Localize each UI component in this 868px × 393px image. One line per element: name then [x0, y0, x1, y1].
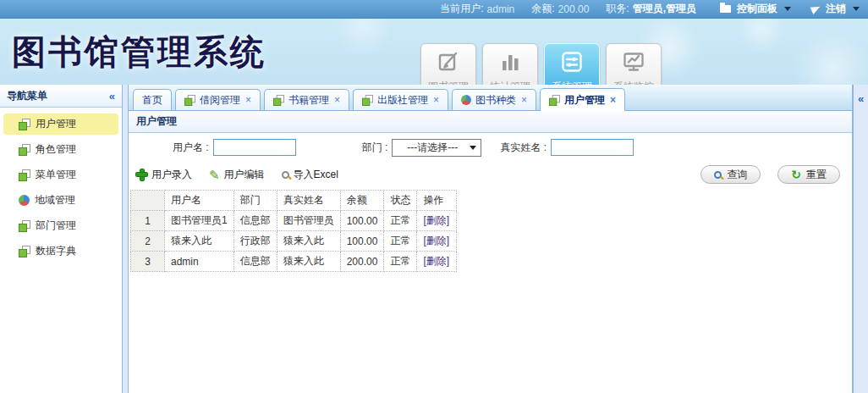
app-logo: 图书馆管理系统	[12, 29, 266, 75]
row-number: 3	[131, 252, 165, 272]
cell-balance: 100.00	[340, 211, 384, 231]
monitor-icon	[622, 44, 646, 80]
role-value: 管理员,管理员	[633, 2, 696, 16]
sidebar-menu: 用户管理 角色管理 菜单管理 地域管理 部门管理 数据字典	[0, 113, 122, 262]
sidebar-item-department-management[interactable]: 部门管理	[3, 215, 118, 236]
realname-input[interactable]	[551, 139, 634, 156]
right-collapse-icon[interactable]: «	[858, 92, 864, 105]
table-row[interactable]: 2 猿来入此 行政部 猿来入此 100.00 正常 [删除]	[131, 231, 457, 252]
pie-icon	[461, 95, 471, 105]
column-header-operation: 操作	[417, 191, 457, 211]
magnifier-icon	[282, 171, 289, 179]
sidebar-item-data-dictionary[interactable]: 数据字典	[3, 241, 118, 262]
table-header-row: 用户名 部门 真实姓名 余额 状态 操作	[131, 191, 457, 211]
tab-close-icon[interactable]: ×	[433, 94, 439, 106]
add-user-label: 用户录入	[151, 168, 192, 182]
sidebar-header: 导航菜单 «	[0, 85, 122, 108]
topbar: 当前用户: admin 余额: 200.00 职务: 管理员,管理员 控制面板 …	[0, 0, 868, 19]
sliders-icon	[560, 44, 584, 80]
tab-close-icon[interactable]: ×	[334, 94, 340, 106]
cell-department: 信息部	[233, 252, 277, 272]
layers-icon	[19, 220, 30, 232]
current-user-label: 当前用户:	[440, 2, 483, 16]
refresh-icon: ↻	[791, 169, 801, 180]
layers-icon	[19, 246, 30, 257]
sidebar-item-region-management[interactable]: 地域管理	[3, 190, 118, 211]
add-user-button[interactable]: 用户录入	[136, 168, 192, 182]
cell-department: 行政部	[233, 231, 277, 252]
send-icon	[810, 3, 822, 14]
delete-link[interactable]: [删除]	[423, 255, 449, 267]
realname-label: 真实姓名 :	[500, 141, 547, 155]
pencil-icon: ✎	[209, 169, 220, 181]
edit-user-label: 用户编辑	[224, 168, 265, 182]
control-panel-button[interactable]: 控制面板	[720, 2, 791, 16]
cell-status: 正常	[384, 231, 417, 252]
magnifier-icon	[714, 171, 722, 179]
folder-icon	[720, 5, 731, 13]
sidebar-item-label: 用户管理	[36, 117, 76, 131]
edit-user-button[interactable]: ✎ 用户编辑	[209, 168, 265, 182]
layers-icon	[273, 95, 284, 106]
tab-close-icon[interactable]: ×	[245, 94, 251, 106]
layers-icon	[362, 95, 373, 106]
query-button[interactable]: 查询	[700, 165, 761, 184]
tab-borrow-management[interactable]: 借阅管理 ×	[175, 89, 261, 110]
sidebar-title: 导航菜单	[7, 89, 47, 103]
department-select[interactable]: ---请选择---	[392, 139, 481, 157]
user-table: 用户名 部门 真实姓名 余额 状态 操作 1 图书管理员1 信息部 图书管理员 …	[130, 190, 457, 272]
sidebar-item-label: 菜单管理	[36, 168, 76, 182]
cell-department: 信息部	[233, 211, 277, 231]
layers-icon	[19, 119, 30, 130]
table-row[interactable]: 1 图书管理员1 信息部 图书管理员 100.00 正常 [删除]	[131, 211, 457, 231]
import-excel-button[interactable]: 导入Excel	[282, 168, 338, 182]
toolbar: 用户录入 ✎ 用户编辑 导入Excel 查询 ↻ 重置	[129, 162, 852, 187]
tab-close-icon[interactable]: ×	[521, 94, 527, 106]
tab-label: 书籍管理	[288, 93, 329, 108]
tab-book-category[interactable]: 图书种类 ×	[452, 89, 536, 110]
tab-label: 图书种类	[475, 93, 516, 108]
control-panel-label: 控制面板	[737, 2, 777, 16]
sidebar-item-label: 数据字典	[36, 244, 76, 258]
sidebar-item-menu-management[interactable]: 菜单管理	[3, 164, 118, 185]
current-user-value: admin	[487, 3, 515, 15]
panel-header: 用户管理	[129, 111, 852, 133]
search-form: 用户名 : 部门 : ---请选择--- 真实姓名 :	[129, 133, 852, 162]
username-input[interactable]	[213, 139, 296, 156]
username-label: 用户名 :	[173, 141, 209, 155]
delete-link[interactable]: [删除]	[423, 235, 449, 246]
sidebar-item-role-management[interactable]: 角色管理	[3, 139, 118, 160]
tab-label: 借阅管理	[200, 93, 240, 108]
pie-icon	[19, 195, 30, 206]
app-header: 图书馆管理系统 图书管理 统计管理	[0, 19, 868, 85]
query-label: 查询	[727, 168, 747, 182]
topbar-role: 职务: 管理员,管理员	[606, 2, 696, 16]
column-header-department: 部门	[233, 191, 277, 211]
tab-book-management[interactable]: 书籍管理 ×	[264, 89, 349, 110]
sidebar-collapse-icon[interactable]: «	[109, 90, 115, 102]
balance-label: 余额:	[531, 2, 554, 16]
tab-publisher-management[interactable]: 出版社管理 ×	[353, 89, 448, 110]
tab-user-management[interactable]: 用户管理 ×	[540, 88, 625, 111]
column-header-balance: 余额	[340, 191, 384, 211]
layers-icon	[184, 95, 195, 106]
sidebar: 导航菜单 « 用户管理 角色管理 菜单管理 地域管理 部门管理 数据字典	[0, 85, 123, 393]
tab-close-icon[interactable]: ×	[610, 94, 616, 106]
tab-label: 首页	[142, 93, 162, 108]
tab-home[interactable]: 首页	[133, 89, 172, 110]
table-row[interactable]: 3 admin 信息部 猿来入此 200.00 正常 [删除]	[131, 252, 457, 272]
delete-link[interactable]: [删除]	[423, 214, 449, 226]
import-excel-label: 导入Excel	[294, 168, 338, 182]
sidebar-item-user-management[interactable]: 用户管理	[3, 113, 118, 135]
topbar-balance: 余额: 200.00	[531, 2, 589, 16]
tab-bar: 首页 借阅管理 × 书籍管理 × 出版社管理 × 图书种类 × 用户管理 ×	[129, 85, 852, 111]
logout-label: 注销	[826, 2, 846, 16]
layers-icon	[19, 144, 30, 156]
chevron-down-icon	[853, 7, 860, 11]
department-label: 部门 :	[362, 141, 388, 155]
cell-realname: 图书管理员	[277, 211, 340, 231]
department-selected-value: ---请选择---	[397, 141, 468, 155]
logout-button[interactable]: 注销	[811, 2, 860, 16]
role-label: 职务:	[606, 2, 629, 16]
reset-button[interactable]: ↻ 重置	[777, 165, 840, 184]
